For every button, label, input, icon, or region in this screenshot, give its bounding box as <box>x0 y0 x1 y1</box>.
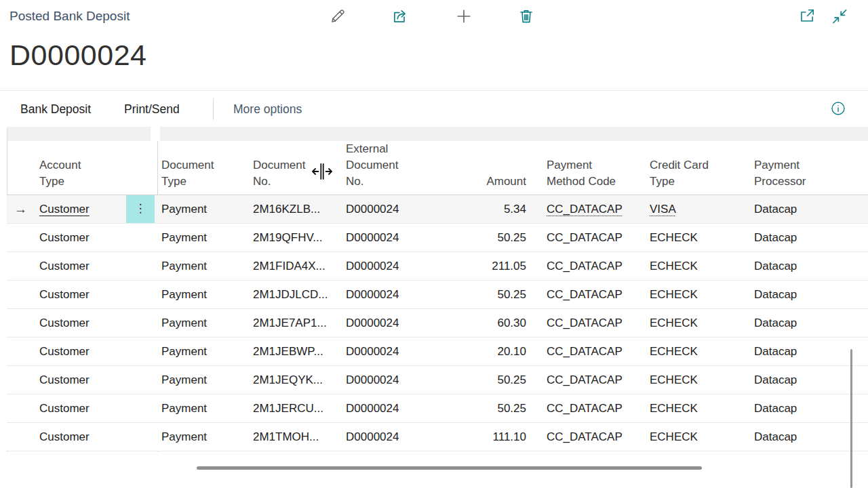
table-row[interactable]: → Customer ⋮ Payment 2M1TMOH... D0000024… <box>7 423 868 451</box>
cell-payment-processor[interactable]: Datacap <box>749 252 868 280</box>
horizontal-scrollbar[interactable] <box>197 466 702 470</box>
cell-account-type[interactable]: → Customer ⋮ <box>7 309 157 337</box>
open-in-new-window-icon[interactable] <box>796 5 818 27</box>
cell-amount[interactable]: 60.30 <box>434 309 536 337</box>
cell-document-type[interactable]: Payment <box>157 309 248 337</box>
cell-document-type[interactable]: Payment <box>157 252 248 280</box>
cell-credit-card-type[interactable]: ECHECK <box>644 338 749 365</box>
cell-document-no[interactable]: 2M1JEQYK... <box>248 366 339 394</box>
cell-amount[interactable]: 50.25 <box>434 281 536 308</box>
cell-document-no[interactable]: 2M1JEBWP... <box>248 338 339 365</box>
cell-document-no[interactable]: 2M1JE7AP1... <box>248 309 339 337</box>
grid-body: → Customer ⋮ Payment 2M16KZLB... D000002… <box>7 195 868 451</box>
table-row[interactable]: → Customer ⋮ Payment 2M16KZLB... D000002… <box>7 195 868 224</box>
cell-document-no[interactable]: 2M1TMOH... <box>248 423 339 451</box>
cell-external-document-no[interactable]: D0000024 <box>339 224 434 251</box>
cell-credit-card-type[interactable]: VISA <box>644 195 749 223</box>
cell-credit-card-type[interactable]: ECHECK <box>644 366 749 394</box>
cell-document-no[interactable]: 2M1JDJLCD... <box>248 281 339 308</box>
cell-account-type[interactable]: → Customer ⋮ <box>7 338 157 365</box>
table-row[interactable]: → Customer ⋮ Payment 2M1JEBWP... D000002… <box>7 338 868 366</box>
column-header-payment-processor[interactable]: Payment Processor <box>749 157 868 195</box>
table-row[interactable]: → Customer ⋮ Payment 2M19QFHV... D000002… <box>7 224 868 252</box>
cell-payment-processor[interactable]: Datacap <box>749 224 868 251</box>
cell-external-document-no[interactable]: D0000024 <box>339 252 434 280</box>
cell-credit-card-type[interactable]: ECHECK <box>644 423 749 451</box>
cell-payment-method-code[interactable]: CC_DATACAP <box>536 281 644 308</box>
column-header-credit-card-type[interactable]: Credit Card Type <box>644 157 749 195</box>
cell-amount[interactable]: 20.10 <box>434 338 536 365</box>
cell-payment-method-code[interactable]: CC_DATACAP <box>536 309 644 337</box>
cell-account-type[interactable]: → Customer ⋮ <box>7 394 157 422</box>
table-row[interactable]: → Customer ⋮ Payment 2M1JEQYK... D000002… <box>7 366 868 394</box>
cell-document-no[interactable]: 2M1FIDA4X... <box>248 252 339 280</box>
cell-external-document-no[interactable]: D0000024 <box>339 366 434 394</box>
cell-payment-method-code[interactable]: CC_DATACAP <box>536 394 644 422</box>
cell-payment-method-code[interactable]: CC_DATACAP <box>536 224 644 251</box>
table-row[interactable]: → Customer ⋮ Payment 2M1JERCU... D000002… <box>7 394 868 423</box>
cell-payment-method-code[interactable]: CC_DATACAP <box>536 252 644 280</box>
column-header-document-type[interactable]: Document Type <box>157 157 248 195</box>
cell-amount[interactable]: 5.34 <box>434 195 536 223</box>
cell-document-no[interactable]: 2M1JERCU... <box>248 394 339 422</box>
menu-bank-deposit[interactable]: Bank Deposit <box>20 91 91 127</box>
table-row[interactable]: → Customer ⋮ Payment 2M1FIDA4X... D00000… <box>7 252 868 281</box>
cell-credit-card-type[interactable]: ECHECK <box>644 224 749 251</box>
cell-account-type[interactable]: → Customer ⋮ <box>7 252 157 280</box>
delete-trash-icon[interactable] <box>515 5 537 27</box>
cell-document-type[interactable]: Payment <box>157 195 248 223</box>
new-plus-icon[interactable] <box>453 5 475 27</box>
top-bar: Posted Bank Deposit <box>0 0 868 34</box>
cell-account-type[interactable]: → Customer ⋮ <box>7 366 157 394</box>
column-header-payment-method-code[interactable]: Payment Method Code <box>536 157 644 195</box>
column-header-amount[interactable]: Amount <box>434 174 536 195</box>
cell-account-type[interactable]: → Customer ⋮ <box>7 423 157 451</box>
cell-document-no[interactable]: 2M19QFHV... <box>248 224 339 251</box>
cell-external-document-no[interactable]: D0000024 <box>339 338 434 365</box>
cell-amount[interactable]: 50.25 <box>434 224 536 251</box>
cell-payment-processor[interactable]: Datacap <box>749 309 868 337</box>
cell-credit-card-type[interactable]: ECHECK <box>644 281 749 308</box>
cell-amount[interactable]: 50.25 <box>434 394 536 422</box>
menu-more-options[interactable]: More options <box>233 91 302 127</box>
share-icon[interactable] <box>389 5 411 27</box>
cell-payment-method-code[interactable]: CC_DATACAP <box>536 338 644 365</box>
cell-document-type[interactable]: Payment <box>157 338 248 365</box>
info-icon[interactable] <box>827 98 849 119</box>
cell-payment-method-code[interactable]: CC_DATACAP <box>536 423 644 451</box>
cell-credit-card-type[interactable]: ECHECK <box>644 394 749 422</box>
table-row[interactable]: → Customer ⋮ Payment 2M1JDJLCD... D00000… <box>7 281 868 309</box>
cell-account-type[interactable]: → Customer ⋮ <box>7 281 157 308</box>
cell-credit-card-type[interactable]: ECHECK <box>644 309 749 337</box>
cell-account-type[interactable]: → Customer ⋮ <box>7 195 157 223</box>
cell-external-document-no[interactable]: D0000024 <box>339 423 434 451</box>
cell-payment-method-code[interactable]: CC_DATACAP <box>536 366 644 394</box>
cell-payment-processor[interactable]: Datacap <box>749 195 868 223</box>
cell-account-type[interactable]: → Customer ⋮ <box>7 224 157 251</box>
cell-external-document-no[interactable]: D0000024 <box>339 394 434 422</box>
row-context-menu-icon[interactable]: ⋮ <box>126 195 155 223</box>
action-menu-bar: Bank Deposit Print/Send More options <box>0 90 868 127</box>
menu-print-send[interactable]: Print/Send <box>124 91 180 127</box>
column-header-account-type[interactable]: Account Type <box>7 157 157 195</box>
cell-payment-processor[interactable]: Datacap <box>749 281 868 308</box>
cell-document-type[interactable]: Payment <box>157 394 248 422</box>
cell-external-document-no[interactable]: D0000024 <box>339 309 434 337</box>
vertical-scrollbar[interactable] <box>850 349 852 488</box>
cell-credit-card-type[interactable]: ECHECK <box>644 252 749 280</box>
collapse-icon[interactable] <box>829 5 850 27</box>
cell-amount[interactable]: 111.10 <box>434 423 536 451</box>
cell-document-type[interactable]: Payment <box>157 423 248 451</box>
cell-document-type[interactable]: Payment <box>157 281 248 308</box>
cell-document-type[interactable]: Payment <box>157 366 248 394</box>
table-row[interactable]: → Customer ⋮ Payment 2M1JE7AP1... D00000… <box>7 309 868 338</box>
column-header-external-document-no[interactable]: External Document No. <box>339 141 434 195</box>
cell-amount[interactable]: 50.25 <box>434 366 536 394</box>
cell-external-document-no[interactable]: D0000024 <box>339 195 434 223</box>
cell-document-no[interactable]: 2M16KZLB... <box>248 195 339 223</box>
cell-external-document-no[interactable]: D0000024 <box>339 281 434 308</box>
edit-pencil-icon[interactable] <box>327 5 349 27</box>
cell-payment-method-code[interactable]: CC_DATACAP <box>536 195 644 223</box>
cell-document-type[interactable]: Payment <box>157 224 248 251</box>
cell-amount[interactable]: 211.05 <box>434 252 536 280</box>
